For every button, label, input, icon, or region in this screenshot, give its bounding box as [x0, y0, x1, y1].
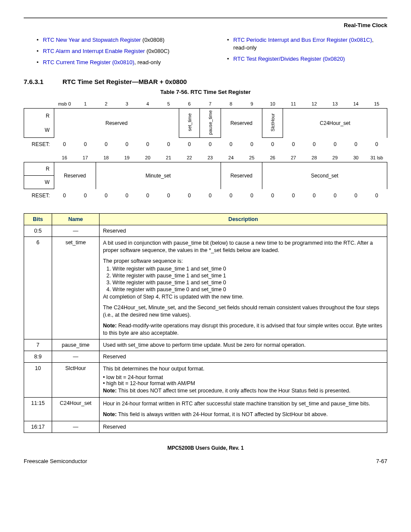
- table-row: 8:9 — Reserved: [24, 351, 387, 363]
- desc-bullets: low bit = 24-hour format high bit = 12-h…: [103, 374, 383, 386]
- link-text: RTC Periodic Interrupt and Bus Error Reg…: [234, 36, 387, 52]
- list-item: Write register with pause_time 1 and set…: [112, 266, 383, 272]
- link-suffix: (0x0808): [141, 37, 165, 43]
- reset-val: 0: [241, 189, 262, 205]
- list-item: Write register with pause_time 0 and set…: [112, 286, 383, 292]
- reset-val: 0: [54, 189, 75, 205]
- link-text: RTC Alarm and Interrupt Enable Register …: [43, 47, 170, 55]
- rw-label: W: [24, 123, 54, 138]
- bit-num: 7: [200, 100, 221, 109]
- reset-val: 0: [346, 189, 366, 205]
- reset-val: 0: [325, 189, 346, 205]
- desc-note: Note: Read-modify-write operations may d…: [103, 322, 383, 337]
- links-left-col: • RTC New Year and Stopwatch Register (0…: [24, 36, 197, 70]
- bullet-icon: •: [37, 47, 39, 55]
- link-item: • RTC Periodic Interrupt and Bus Error R…: [214, 36, 387, 52]
- cell-desc: Hour in 24-hour format written in RTC af…: [100, 398, 387, 421]
- bit-num: msb 0: [54, 100, 75, 109]
- list-item: Write register with pause_time 1 and set…: [112, 273, 383, 279]
- rw-label: R: [24, 108, 54, 123]
- bit-num: 3: [116, 100, 137, 109]
- register-bit-table: msb 0 1 2 3 4 5 6 7 8 9 10 11 12 13 14 1…: [24, 100, 387, 205]
- footer-page: 7-67: [376, 458, 387, 464]
- list-item: low bit = 24-hour format: [103, 374, 383, 380]
- link[interactable]: RTC Periodic Interrupt and Bus Error Reg…: [234, 37, 372, 43]
- field-second: Second_set: [262, 162, 387, 189]
- bit-number-row: msb 0 1 2 3 4 5 6 7 8 9 10 11 12 13 14 1…: [24, 100, 387, 109]
- reset-val: 0: [75, 138, 96, 154]
- reset-val: 0: [366, 189, 387, 205]
- bit-num: 9: [241, 100, 262, 109]
- cell-name: pause_time: [52, 339, 100, 351]
- reset-val: 0: [200, 189, 221, 205]
- reset-val: 0: [366, 138, 387, 154]
- cell-name: —: [52, 351, 100, 363]
- section-title: RTC Time Set Register—MBAR + 0x0800: [62, 78, 187, 85]
- desc-paragraph: A bit used in conjunction with pause_tim…: [103, 240, 383, 254]
- bit-num: 21: [158, 153, 179, 162]
- field-reserved: Reserved: [221, 108, 262, 138]
- field-reserved: Reserved: [54, 108, 179, 138]
- bit-num: 5: [158, 100, 179, 109]
- list-item: Write register with pause_time 1 and set…: [112, 280, 383, 286]
- reset-val: 0: [116, 189, 137, 205]
- table-header-row: Bits Name Description: [24, 214, 387, 225]
- field-reserved: Reserved: [221, 162, 262, 189]
- table-row: 6 set_time A bit used in conjunction wit…: [24, 237, 387, 339]
- bit-num: 11: [283, 100, 304, 109]
- bit-number-row: 16 17 18 19 20 21 22 23 24 25 26 27 28 2…: [24, 153, 387, 162]
- field-slcthour: SlctHour: [262, 108, 283, 138]
- desc-paragraph: This bit determines the hour output form…: [103, 365, 383, 373]
- link-item: • RTC Alarm and Interrupt Enable Registe…: [24, 47, 197, 55]
- link[interactable]: RTC New Year and Stopwatch Register: [43, 37, 141, 43]
- table-caption: Table 7-56. RTC Time Set Register: [24, 89, 387, 95]
- reset-val: 0: [262, 138, 283, 154]
- bullet-icon: •: [227, 55, 229, 63]
- reset-row: RESET: 0 0 0 0 0 0 0 0 0 0 0 0 0 0 0 0: [24, 189, 387, 205]
- bit-num: 26: [262, 153, 283, 162]
- reset-val: 0: [200, 138, 221, 154]
- field-reserved: Reserved: [54, 162, 96, 189]
- reset-val: 0: [158, 138, 179, 154]
- desc-steps: Write register with pause_time 1 and set…: [112, 266, 383, 292]
- field-minute: Minute_set: [96, 162, 221, 189]
- cell-desc: A bit used in conjunction with pause_tim…: [100, 237, 387, 339]
- link[interactable]: RTC Test Register/Divides Register (0x08…: [234, 56, 345, 62]
- link-suffix: , read-only: [134, 59, 161, 65]
- cell-desc: Used with set_time above to perform time…: [100, 339, 387, 351]
- link[interactable]: RTC Alarm and Interrupt Enable Register: [43, 48, 145, 54]
- bullet-icon: •: [37, 59, 39, 66]
- reset-val: 0: [137, 189, 158, 205]
- bit-num: 24: [221, 153, 241, 162]
- bit-num: 15: [366, 100, 387, 109]
- bit-num: 8: [221, 100, 241, 109]
- table-row: 10 SlctHour This bit determines the hour…: [24, 363, 387, 398]
- reset-val: 0: [96, 189, 116, 205]
- reset-val: 0: [137, 138, 158, 154]
- table-row: 11:15 C24Hour_set Hour in 24-hour format…: [24, 398, 387, 421]
- bit-num: 2: [96, 100, 116, 109]
- bit-num: 20: [137, 153, 158, 162]
- reset-val: 0: [346, 138, 366, 154]
- rw-label: R: [24, 162, 54, 176]
- bit-num: 22: [179, 153, 199, 162]
- col-header-desc: Description: [100, 214, 387, 225]
- field-set-time: set_time: [179, 108, 199, 138]
- cell-name: —: [52, 421, 100, 432]
- link-item: • RTC Test Register/Divides Register (0x…: [214, 55, 387, 63]
- table-row: 16:17 — Reserved: [24, 421, 387, 432]
- cell-bits: 10: [24, 363, 52, 398]
- cell-desc: Reserved: [100, 421, 387, 432]
- bit-num: 14: [346, 100, 366, 109]
- bit-num: 6: [179, 100, 199, 109]
- reset-val: 0: [304, 138, 324, 154]
- reset-val: 0: [158, 189, 179, 205]
- bit-num: 10: [262, 100, 283, 109]
- cell-bits: 11:15: [24, 398, 52, 421]
- bit-num: 1: [75, 100, 96, 109]
- desc-paragraph: At completion of Step 4, RTC is updated …: [103, 293, 383, 301]
- cell-bits: 8:9: [24, 351, 52, 363]
- reset-val: 0: [116, 138, 137, 154]
- bit-num: 16: [54, 153, 75, 162]
- link[interactable]: RTC Current Time Register (0x0810): [43, 59, 134, 65]
